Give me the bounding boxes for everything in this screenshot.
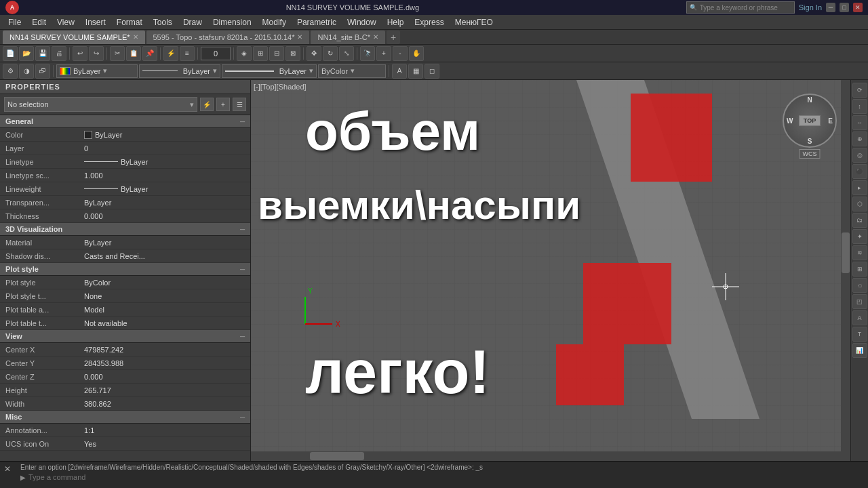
tab-2-close[interactable]: ✕ xyxy=(373,33,378,41)
win-close[interactable]: ✕ xyxy=(853,3,863,12)
menu-modify[interactable]: Modify xyxy=(257,16,292,28)
menu-edit[interactable]: Edit xyxy=(26,16,52,28)
zoom-out-btn[interactable]: - xyxy=(393,46,408,61)
selection-dropdown[interactable]: No selection ▾ xyxy=(4,97,197,112)
menu-draw[interactable]: Draw xyxy=(178,16,208,28)
bylayer-lineweight-dd[interactable]: ByLayer ▾ xyxy=(222,64,317,78)
tab-add[interactable]: + xyxy=(387,30,400,44)
prop-value-cx[interactable]: 479857.242 xyxy=(81,344,250,355)
quick-select-btn[interactable]: ⚡ xyxy=(200,98,214,111)
section-view[interactable]: View ─ xyxy=(0,330,250,343)
paste-btn[interactable]: 📌 xyxy=(142,46,157,61)
cut-btn[interactable]: ✂ xyxy=(110,46,125,61)
zero-input[interactable] xyxy=(201,47,231,60)
win-maximize[interactable]: □ xyxy=(840,3,849,12)
rp-btn-12[interactable]: ⊞ xyxy=(852,262,867,277)
rp-btn-4[interactable]: ⊕ xyxy=(852,131,867,146)
layer-btn[interactable]: ≡ xyxy=(180,46,195,61)
misc-btn-2[interactable]: ⊞ xyxy=(253,46,268,61)
section-plotstyle[interactable]: Plot style ─ xyxy=(0,263,250,276)
prop-value-annotation[interactable]: 1:1 xyxy=(81,425,250,436)
bycolor-dd[interactable]: ByColor ▾ xyxy=(318,64,386,78)
prop-value-material[interactable]: ByLayer xyxy=(81,237,250,248)
menu-view[interactable]: View xyxy=(52,16,80,28)
zoom-extent-btn[interactable]: 🔭 xyxy=(360,46,375,61)
menu-window[interactable]: Window xyxy=(342,16,382,28)
prop-value-lineweight[interactable]: ByLayer xyxy=(81,184,250,195)
extra-btn-1[interactable]: ◻ xyxy=(425,64,439,79)
section-general[interactable]: General ─ xyxy=(0,115,250,128)
viewport-scrollbar-vertical[interactable] xyxy=(841,80,850,461)
tab-1[interactable]: 5595 - Topo - stafsurv 8201a - 2015.10.1… xyxy=(146,30,310,44)
navcube[interactable]: N S E W TOP WCS xyxy=(783,94,837,148)
tab-1-close[interactable]: ✕ xyxy=(297,33,302,41)
search-bar[interactable]: 🔍 Type a keyword or phrase xyxy=(686,1,795,14)
command-input[interactable] xyxy=(28,473,863,481)
menu-menuGEO[interactable]: МенюГЕО xyxy=(450,16,498,28)
toggle-btn[interactable]: ☰ xyxy=(233,98,246,111)
menu-file[interactable]: File xyxy=(3,16,26,28)
match-btn[interactable]: ⚡ xyxy=(163,46,178,61)
tab-0[interactable]: NN14 SURVEY VOLUME SAMPLE* ✕ xyxy=(3,30,145,44)
prop-value-width[interactable]: 380.862 xyxy=(81,399,250,409)
prop-value-plottablea[interactable]: Model xyxy=(81,304,250,315)
win-minimize[interactable]: ─ xyxy=(826,3,835,12)
zoom-in-btn[interactable]: + xyxy=(376,46,391,61)
rp-btn-7[interactable]: ▸ xyxy=(852,180,867,195)
props-icon[interactable]: ⚙ xyxy=(3,64,18,79)
tab-0-close[interactable]: ✕ xyxy=(133,33,138,41)
hatch-btn[interactable]: ▦ xyxy=(408,64,423,79)
rp-btn-9[interactable]: 🗂 xyxy=(852,213,867,228)
prop-value-cy[interactable]: 284353.988 xyxy=(81,358,250,369)
prop-value-ucsiconon[interactable]: Yes xyxy=(81,439,250,449)
prop-value-linetype[interactable]: ByLayer xyxy=(81,157,250,167)
prop-value-shadow[interactable]: Casts and Recei... xyxy=(81,251,250,262)
prop-value-layer[interactable]: 0 xyxy=(81,143,250,154)
viewport[interactable]: [-][Top][Shaded] Y X объем выемки\насыпи… xyxy=(251,80,850,461)
prop-value-plotstyle[interactable]: ByColor xyxy=(81,277,250,288)
misc-btn-1[interactable]: ◈ xyxy=(237,46,252,61)
pan-btn[interactable]: ✋ xyxy=(409,46,424,61)
copy-btn[interactable]: 📋 xyxy=(126,46,141,61)
rp-btn-3[interactable]: ↔ xyxy=(852,115,867,130)
misc-btn-3[interactable]: ⊟ xyxy=(269,46,284,61)
print-btn[interactable]: 🖨 xyxy=(52,46,66,61)
menu-tools[interactable]: Tools xyxy=(148,16,178,28)
rp-btn-5[interactable]: ◎ xyxy=(852,148,867,163)
menu-help[interactable]: Help xyxy=(382,16,410,28)
prop-value-plotstylet[interactable]: None xyxy=(81,291,250,302)
rp-btn-17[interactable]: 📊 xyxy=(852,343,867,358)
close-command-btn[interactable]: ✕ xyxy=(0,462,15,488)
rp-btn-10[interactable]: ✦ xyxy=(852,229,867,244)
prop-value-thickness[interactable]: 0.000 xyxy=(81,211,250,222)
section-3dvis[interactable]: 3D Visualization ─ xyxy=(0,223,250,236)
prop-value-height[interactable]: 265.717 xyxy=(81,385,250,396)
prop-value-color[interactable]: ByLayer xyxy=(81,129,250,140)
menu-express[interactable]: Express xyxy=(409,16,449,28)
prop-value-plottablet[interactable]: Not available xyxy=(81,318,250,329)
scale-btn[interactable]: ⤡ xyxy=(339,46,354,61)
rotate-btn[interactable]: ↻ xyxy=(323,46,338,61)
rp-btn-13[interactable]: ⟤ xyxy=(852,278,867,293)
save-btn[interactable]: 💾 xyxy=(35,46,50,61)
rp-btn-16[interactable]: T xyxy=(852,327,867,342)
bylayer-color-dd[interactable]: ByLayer ▾ xyxy=(56,64,138,78)
scroll-thumb-horizontal[interactable] xyxy=(310,452,364,460)
menu-format[interactable]: Format xyxy=(111,16,148,28)
new-btn[interactable]: 📄 xyxy=(3,46,18,61)
undo-btn[interactable]: ↩ xyxy=(73,46,87,61)
rp-btn-15[interactable]: A xyxy=(852,310,867,325)
rp-btn-6[interactable]: ⚫ xyxy=(852,164,867,179)
rp-btn-1[interactable]: ⟳ xyxy=(852,83,867,98)
prop-value-cz[interactable]: 0.000 xyxy=(81,371,250,382)
open-btn[interactable]: 📂 xyxy=(19,46,34,61)
menu-insert[interactable]: Insert xyxy=(80,16,111,28)
scroll-thumb-vertical[interactable] xyxy=(842,232,850,273)
move-btn[interactable]: ✥ xyxy=(307,46,321,61)
misc-btn-4[interactable]: ⊠ xyxy=(285,46,300,61)
3d-btn[interactable]: 🗗 xyxy=(35,64,50,79)
rp-btn-2[interactable]: ↕ xyxy=(852,99,867,114)
bylayer-linetype-dd[interactable]: ByLayer ▾ xyxy=(139,64,220,78)
navcube-top[interactable]: TOP xyxy=(799,115,821,126)
viewport-scrollbar-horizontal[interactable] xyxy=(251,451,841,461)
